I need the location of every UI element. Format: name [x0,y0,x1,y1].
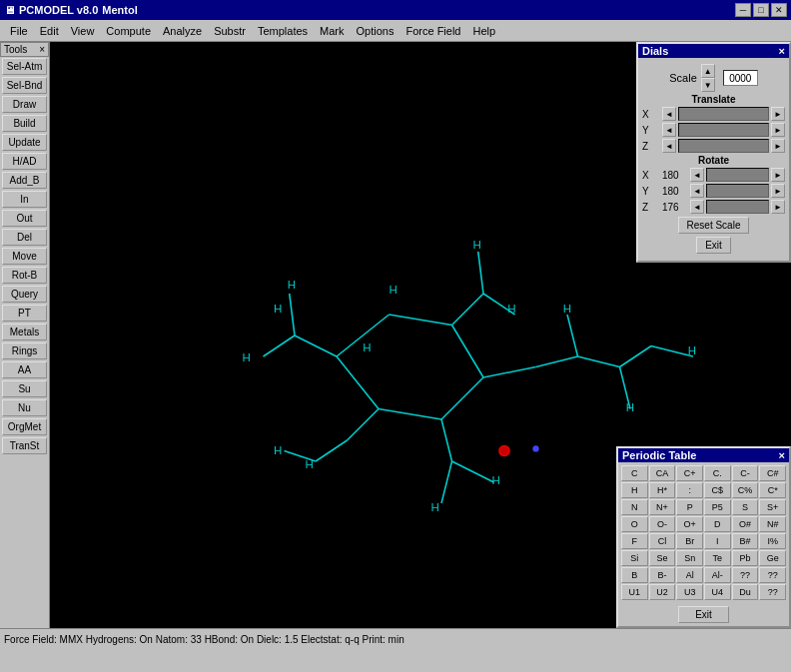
scale-down-button[interactable]: ▼ [701,78,715,92]
tool-in[interactable]: In [2,191,47,208]
tool-orgmet[interactable]: OrgMet [2,418,47,435]
menu-edit[interactable]: Edit [34,23,65,39]
element-Hstar[interactable]: H* [649,482,676,498]
element-O[interactable]: O [621,516,648,532]
tool-rot-b[interactable]: Rot-B [2,267,47,284]
element-H[interactable]: H [621,482,648,498]
tool-su[interactable]: Su [2,380,47,397]
element-D[interactable]: D [704,516,731,532]
element-Si[interactable]: Si [621,550,648,566]
element-Oplus[interactable]: O+ [676,516,703,532]
reset-scale-button[interactable]: Reset Scale [678,217,750,234]
menu-help[interactable]: Help [466,23,501,39]
translate-x-track[interactable] [678,107,769,121]
tool-transt[interactable]: TranSt [2,437,47,454]
rotate-z-left-button[interactable]: ◄ [690,200,704,214]
minimize-button[interactable]: ─ [735,3,751,17]
tool-build[interactable]: Build [2,115,47,132]
element-Ominus[interactable]: O- [649,516,676,532]
element-Br[interactable]: Br [676,533,703,549]
element-B[interactable]: B [621,567,648,583]
tool-move[interactable]: Move [2,248,47,265]
rotate-x-left-button[interactable]: ◄ [690,168,704,182]
element-Sn[interactable]: Sn [676,550,703,566]
close-button[interactable]: ✕ [771,3,787,17]
element-Cdollar[interactable]: C$ [704,482,731,498]
menu-forcefield[interactable]: Force Field [399,23,466,39]
translate-z-left-button[interactable]: ◄ [662,139,676,153]
element-F[interactable]: F [621,533,648,549]
tool-add-b[interactable]: Add_B [2,172,47,189]
menu-substr[interactable]: Substr [208,23,252,39]
menu-view[interactable]: View [65,23,101,39]
rotate-y-track[interactable] [706,184,769,198]
element-Cstar[interactable]: C* [759,482,786,498]
element-Cplus[interactable]: C+ [676,465,703,481]
element-N[interactable]: N [621,499,648,515]
tool-sel-atm[interactable]: Sel-Atm [2,58,47,75]
rotate-x-track[interactable] [706,168,769,182]
maximize-button[interactable]: □ [753,3,769,17]
scale-up-button[interactable]: ▲ [701,64,715,78]
translate-x-right-button[interactable]: ► [771,107,785,121]
translate-z-right-button[interactable]: ► [771,139,785,153]
dials-close-icon[interactable]: × [779,45,785,57]
element-colon[interactable]: : [676,482,703,498]
element-qq2[interactable]: ?? [759,567,786,583]
menu-templates[interactable]: Templates [252,23,314,39]
tool-sel-bnd[interactable]: Sel-Bnd [2,77,47,94]
element-Bminus[interactable]: B- [649,567,676,583]
menu-mark[interactable]: Mark [314,23,350,39]
tool-rings[interactable]: Rings [2,342,47,359]
element-U1[interactable]: U1 [621,584,648,600]
element-Se[interactable]: Se [649,550,676,566]
element-Al[interactable]: Al [676,567,703,583]
element-Bhash[interactable]: B# [732,533,759,549]
menu-file[interactable]: File [4,23,34,39]
tool-aa[interactable]: AA [2,361,47,378]
element-Ohash[interactable]: O# [732,516,759,532]
element-P5[interactable]: P5 [704,499,731,515]
element-Ipct[interactable]: I% [759,533,786,549]
element-Te[interactable]: Te [704,550,731,566]
tool-update[interactable]: Update [2,134,47,151]
translate-y-right-button[interactable]: ► [771,123,785,137]
element-Pb[interactable]: Pb [732,550,759,566]
rotate-y-right-button[interactable]: ► [771,184,785,198]
rotate-z-right-button[interactable]: ► [771,200,785,214]
element-U3[interactable]: U3 [676,584,703,600]
periodic-exit-button[interactable]: Exit [678,606,729,623]
tool-pt[interactable]: PT [2,305,47,322]
element-Du[interactable]: Du [732,584,759,600]
rotate-z-track[interactable] [706,200,769,214]
tool-metals[interactable]: Metals [2,324,47,340]
rotate-x-right-button[interactable]: ► [771,168,785,182]
element-C[interactable]: C [621,465,648,481]
element-qq1[interactable]: ?? [732,567,759,583]
element-Nhash[interactable]: N# [759,516,786,532]
element-Chash[interactable]: C# [759,465,786,481]
element-U4[interactable]: U4 [704,584,731,600]
element-P[interactable]: P [676,499,703,515]
translate-y-track[interactable] [678,123,769,137]
element-Cl[interactable]: Cl [649,533,676,549]
translate-y-left-button[interactable]: ◄ [662,123,676,137]
toolbar-close-icon[interactable]: × [39,44,45,55]
element-Cdot[interactable]: C. [704,465,731,481]
rotate-y-left-button[interactable]: ◄ [690,184,704,198]
tool-nu[interactable]: Nu [2,399,47,416]
element-Splus[interactable]: S+ [759,499,786,515]
tool-query[interactable]: Query [2,286,47,303]
menu-options[interactable]: Options [351,23,400,39]
tool-draw[interactable]: Draw [2,96,47,113]
element-Ge[interactable]: Ge [759,550,786,566]
tool-out[interactable]: Out [2,210,47,227]
element-Cpct[interactable]: C% [732,482,759,498]
element-I[interactable]: I [704,533,731,549]
menu-compute[interactable]: Compute [100,23,157,39]
menu-analyze[interactable]: Analyze [157,23,208,39]
dials-exit-button[interactable]: Exit [696,237,731,254]
element-Nplus[interactable]: N+ [649,499,676,515]
element-Cminus[interactable]: C- [732,465,759,481]
element-U2[interactable]: U2 [649,584,676,600]
